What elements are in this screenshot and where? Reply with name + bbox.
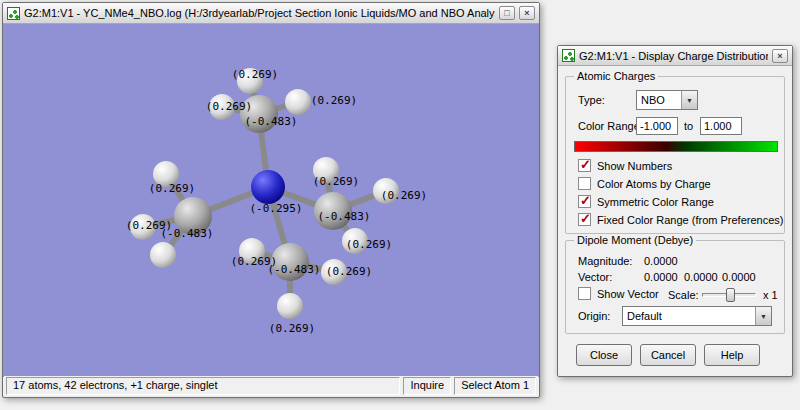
- charge-label: (-0.483): [245, 115, 298, 128]
- dipole-moment-group-label: Dipole Moment (Debye): [574, 234, 696, 246]
- show-vector-row: Show Vector: [578, 287, 659, 300]
- close-icon[interactable]: ×: [772, 49, 788, 63]
- magnitude-label: Magnitude:: [578, 255, 632, 267]
- dialog-body: Atomic Charges Type: NBO ▼ Color Range: …: [558, 66, 792, 376]
- fixed-range-row: Fixed Color Range (from Preferences): [578, 213, 783, 226]
- color-atoms-by-charge-label: Color Atoms by Charge: [597, 178, 711, 190]
- color-atoms-by-charge-checkbox[interactable]: [578, 177, 591, 190]
- dipole-moment-group: Dipole Moment (Debye) Magnitude: 0.0000 …: [565, 240, 785, 334]
- chevron-down-icon: ▼: [681, 91, 697, 109]
- charge-label: (0.269): [232, 68, 278, 81]
- status-mode: Inquire: [403, 377, 451, 395]
- dialog-titlebar[interactable]: G2:M1:V1 - Display Charge Distribution ×: [558, 46, 792, 66]
- color-range-max-input[interactable]: [700, 117, 742, 135]
- fixed-color-range-checkbox[interactable]: [578, 213, 591, 226]
- show-numbers-checkbox[interactable]: [578, 159, 591, 172]
- charge-label: (0.269): [311, 94, 357, 107]
- color-range-label: Color Range:: [578, 120, 643, 132]
- vector-x-value: 0.0000: [644, 271, 678, 283]
- atom-H[interactable]: [150, 242, 176, 268]
- vector-label: Vector:: [578, 271, 612, 283]
- origin-select[interactable]: Default ▼: [622, 306, 772, 326]
- scale-slider[interactable]: [702, 287, 756, 303]
- close-icon[interactable]: ×: [519, 6, 535, 20]
- fixed-color-range-label: Fixed Color Range (from Preferences): [597, 214, 783, 226]
- model-window: G2:M1:V1 - YC_NMe4_NBO.log (H:/3rdyearla…: [2, 2, 540, 398]
- atom-H[interactable]: [277, 293, 303, 319]
- type-select-value: NBO: [637, 94, 681, 106]
- close-button[interactable]: Close: [576, 344, 632, 366]
- dialog-title: G2:M1:V1 - Display Charge Distribution: [579, 50, 768, 62]
- symmetric-color-range-checkbox[interactable]: [578, 195, 591, 208]
- show-numbers-row: Show Numbers: [578, 159, 672, 172]
- show-vector-label: Show Vector: [597, 288, 659, 300]
- charge-label: (0.269): [206, 100, 252, 113]
- app-icon: [562, 49, 575, 62]
- type-select[interactable]: NBO ▼: [636, 90, 698, 110]
- atom-N[interactable]: [251, 170, 285, 204]
- vector-y-value: 0.0000: [684, 271, 718, 283]
- color-range-min-input[interactable]: [636, 117, 678, 135]
- charge-label: (0.269): [269, 322, 315, 335]
- atomic-charges-group: Atomic Charges Type: NBO ▼ Color Range: …: [565, 76, 785, 234]
- charge-label: (-0.295): [250, 202, 303, 215]
- charge-label: (0.269): [381, 189, 427, 202]
- chevron-down-icon: ▼: [755, 307, 771, 325]
- model-window-titlebar[interactable]: G2:M1:V1 - YC_NMe4_NBO.log (H:/3rdyearla…: [3, 3, 539, 24]
- color-atoms-row: Color Atoms by Charge: [578, 177, 711, 190]
- charge-label: (-0.483): [268, 263, 321, 276]
- vector-z-value: 0.0000: [722, 271, 756, 283]
- charge-label: (-0.483): [318, 210, 371, 223]
- charge-label: (0.269): [313, 175, 359, 188]
- cancel-button[interactable]: Cancel: [640, 344, 696, 366]
- scale-suffix: x 1: [763, 289, 778, 301]
- origin-select-value: Default: [623, 310, 755, 322]
- atom-H[interactable]: [285, 89, 311, 115]
- symmetric-color-range-label: Symmetric Color Range: [597, 196, 714, 208]
- status-selection: Select Atom 1: [454, 377, 536, 395]
- type-label: Type:: [578, 94, 605, 106]
- charge-label: (-0.483): [161, 227, 214, 240]
- magnitude-value: 0.0000: [644, 255, 678, 267]
- charge-label: (0.269): [149, 182, 195, 195]
- help-button[interactable]: Help: [704, 344, 760, 366]
- origin-label: Origin:: [578, 310, 610, 322]
- molecule-viewport[interactable]: (0.269)(0.269)(0.269)(-0.483)(0.269)(0.2…: [3, 24, 539, 377]
- model-window-title: G2:M1:V1 - YC_NMe4_NBO.log (H:/3rdyearla…: [24, 7, 495, 19]
- status-molecule-info: 17 atoms, 42 electrons, +1 charge, singl…: [6, 377, 400, 395]
- charge-distribution-dialog: G2:M1:V1 - Display Charge Distribution ×…: [557, 45, 793, 377]
- atomic-charges-group-label: Atomic Charges: [574, 70, 658, 82]
- status-bar: 17 atoms, 42 electrons, +1 charge, singl…: [4, 376, 538, 396]
- symmetric-range-row: Symmetric Color Range: [578, 195, 714, 208]
- maximize-icon[interactable]: □: [499, 6, 515, 20]
- app-icon: [7, 7, 20, 20]
- slider-thumb[interactable]: [726, 288, 735, 302]
- desktop: { "icons": { "maximize": "□", "close": "…: [0, 0, 800, 410]
- show-vector-checkbox[interactable]: [578, 287, 591, 300]
- show-numbers-label: Show Numbers: [597, 160, 672, 172]
- charge-label: (0.269): [346, 238, 392, 251]
- charge-color-gradient: [574, 141, 778, 152]
- charge-label: (0.269): [326, 265, 372, 278]
- scale-label: Scale:: [668, 289, 699, 301]
- color-range-to-label: to: [684, 120, 693, 132]
